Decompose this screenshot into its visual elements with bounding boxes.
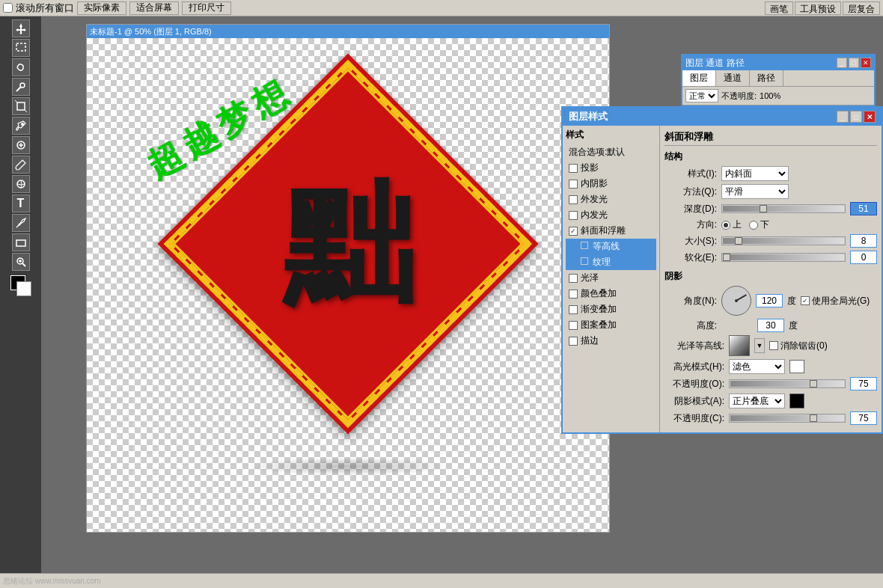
brush-btn[interactable]: 画笔 (765, 1, 793, 15)
global-light-label: 使用全局光(G) (812, 295, 870, 307)
move-tool[interactable] (12, 19, 30, 37)
soften-slider[interactable] (721, 253, 846, 262)
dialog-restore-btn[interactable]: □ (850, 111, 862, 123)
tab-paths[interactable]: 路径 (750, 70, 783, 86)
brush-tool[interactable] (12, 156, 30, 174)
angle-unit: 度 (787, 295, 796, 307)
stroke-checkbox[interactable] (569, 337, 578, 346)
size-slider[interactable] (721, 236, 846, 245)
bevel-checkbox[interactable] (569, 227, 578, 236)
up-radio-dot[interactable] (721, 221, 730, 230)
tool-preset-btn[interactable]: 工具预设 (795, 1, 841, 15)
tab-layers[interactable]: 图层 (682, 70, 716, 86)
highlight-mode-select[interactable]: 滤色 (729, 359, 785, 374)
shadow-opacity-value[interactable]: 75 (850, 411, 877, 425)
shadow-checkbox[interactable] (569, 164, 578, 173)
depth-value[interactable]: 51 (850, 202, 877, 215)
style-item-bevel[interactable]: 斜面和浮雕 (566, 223, 656, 239)
svg-rect-13 (16, 240, 25, 246)
healing-tool[interactable] (12, 136, 30, 154)
highlight-color-swatch[interactable] (789, 360, 804, 373)
shadow-mode-select[interactable]: 正片叠底 (729, 393, 785, 408)
style-item-outer-glow[interactable]: 外发光 (566, 192, 656, 207)
size-value[interactable]: 8 (850, 234, 877, 248)
dialog-body: 样式 混合选项:默认 投影 内阴影 外发光 内发光 (563, 126, 882, 432)
zoom-tool[interactable] (12, 253, 30, 271)
global-light-checkbox[interactable]: 使用全局光(G) (801, 295, 870, 307)
gloss-contour-swatch[interactable] (729, 335, 750, 356)
style-item-blend[interactable]: 混合选项:默认 (566, 144, 656, 160)
global-light-chk[interactable] (801, 296, 810, 305)
inner-shadow-checkbox[interactable] (569, 180, 578, 189)
satin-checkbox[interactable] (569, 274, 578, 283)
dialog-close-btn[interactable]: ✕ (864, 111, 876, 123)
contour-checkbox[interactable] (581, 242, 588, 249)
top-toolbar: 滚动所有窗口 实际像素 适合屏幕 打印尺寸 (0, 0, 883, 16)
gradient-overlay-checkbox[interactable] (569, 305, 578, 314)
tab-channels[interactable]: 通道 (716, 70, 750, 86)
layers-minimize-btn[interactable]: _ (837, 58, 847, 68)
shape-tool[interactable] (12, 233, 30, 251)
print-size-btn[interactable]: 打印尺寸 (182, 1, 231, 15)
dialog-title: 图层样式 (569, 110, 608, 123)
clone-stamp-tool[interactable] (12, 175, 30, 193)
eyedropper-tool[interactable] (12, 117, 30, 135)
color-swatches[interactable] (10, 275, 31, 296)
soften-value[interactable]: 0 (850, 251, 877, 264)
anti-alias-chk[interactable] (769, 341, 778, 350)
actual-pixels-btn[interactable]: 实际像素 (77, 1, 126, 15)
style-item-shadow[interactable]: 投影 (566, 160, 656, 176)
down-radio-dot[interactable] (749, 221, 758, 230)
texture-checkbox[interactable] (581, 257, 588, 265)
shadow-opacity-slider[interactable] (729, 414, 846, 423)
fit-screen-btn[interactable]: 适合屏幕 (129, 1, 179, 15)
angle-value[interactable]: 120 (756, 294, 783, 307)
blend-mode-select[interactable]: 正常 (685, 89, 718, 102)
pen-tool[interactable] (12, 214, 30, 232)
style-item-inner-glow[interactable]: 内发光 (566, 207, 656, 223)
style-list-panel: 样式 混合选项:默认 投影 内阴影 外发光 内发光 (563, 126, 660, 432)
gloss-contour-dropdown[interactable]: ▼ (754, 338, 765, 353)
shadow-opacity-row: 不透明度(C): 75 (664, 411, 877, 425)
style-select[interactable]: 内斜面 (721, 166, 789, 181)
method-select[interactable]: 平滑 (721, 184, 789, 199)
layer-composite-btn[interactable]: 层复合 (843, 1, 880, 15)
style-item-pattern-overlay[interactable]: 图案叠加 (566, 317, 656, 333)
color-overlay-checkbox[interactable] (569, 290, 578, 298)
selection-tool[interactable] (12, 39, 30, 57)
style-item-stroke[interactable]: 描边 (566, 333, 656, 349)
style-sub-texture[interactable]: 纹理 (566, 254, 656, 270)
background-color[interactable] (16, 281, 31, 296)
style-item-satin[interactable]: 光泽 (566, 270, 656, 286)
angle-widget[interactable] (721, 286, 751, 316)
layers-maximize-btn[interactable]: □ (849, 58, 859, 68)
style-item-color-overlay[interactable]: 颜色叠加 (566, 286, 656, 301)
outer-glow-checkbox[interactable] (569, 195, 578, 204)
style-item-inner-shadow[interactable]: 内阴影 (566, 176, 656, 192)
direction-down-radio[interactable]: 下 (749, 218, 769, 231)
layers-close-btn[interactable]: ✕ (861, 58, 871, 68)
lasso-tool[interactable] (12, 58, 30, 76)
satin-label: 光泽 (581, 272, 599, 284)
crop-tool[interactable] (12, 97, 30, 115)
depth-slider[interactable] (721, 204, 846, 213)
height-value[interactable]: 30 (757, 319, 784, 332)
magic-wand-tool[interactable] (12, 78, 30, 96)
highlight-mode-row: 高光模式(H): 滤色 (664, 359, 877, 374)
pattern-overlay-checkbox[interactable] (569, 321, 578, 330)
scroll-windows-check[interactable] (3, 3, 13, 13)
layers-panel: 图层 通道 路径 _ □ ✕ 图层 通道 路径 正常 不透明度: 100% (681, 54, 876, 107)
anti-alias-checkbox[interactable]: 消除锯齿(0) (769, 340, 828, 352)
direction-radios: 上 下 (721, 218, 769, 231)
highlight-opacity-slider[interactable] (729, 379, 846, 388)
type-tool[interactable]: T (12, 195, 30, 212)
inner-glow-checkbox[interactable] (569, 211, 578, 220)
canvas-image-area: 超越梦想 (109, 53, 587, 509)
dialog-minimize-btn[interactable]: _ (837, 111, 849, 123)
style-sub-contour[interactable]: 等高线 (566, 239, 656, 254)
shadow-color-swatch[interactable] (789, 393, 804, 408)
highlight-opacity-value[interactable]: 75 (850, 377, 877, 391)
angle-indicator-line (736, 294, 747, 301)
direction-up-radio[interactable]: 上 (721, 218, 742, 231)
style-item-gradient-overlay[interactable]: 渐变叠加 (566, 301, 656, 317)
